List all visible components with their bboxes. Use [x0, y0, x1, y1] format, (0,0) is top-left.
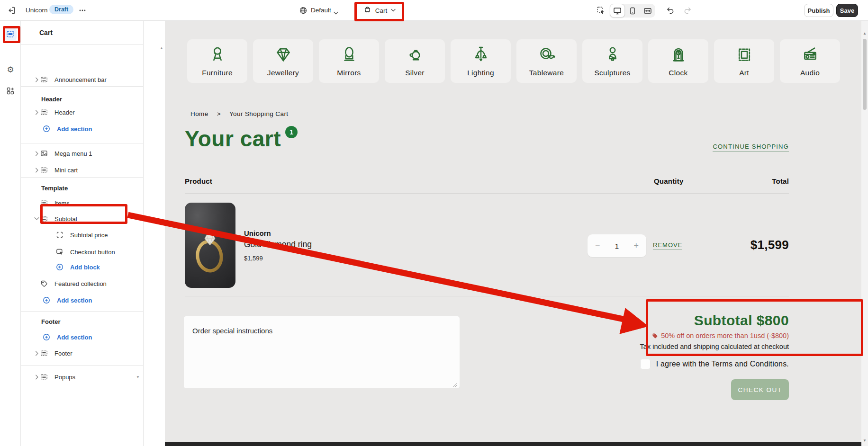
add-circle-icon	[43, 333, 50, 341]
mobile-view-button[interactable]	[625, 4, 640, 18]
sidebar-item-popups[interactable]: Popups	[21, 369, 143, 385]
fullwidth-view-button[interactable]	[640, 4, 655, 18]
category-label: Clock	[669, 69, 687, 77]
section-icon	[40, 199, 48, 207]
sidebar-item-label: Checkout button	[70, 249, 115, 256]
sidebar-item-label: Featured collection	[54, 280, 107, 287]
chevron-right-icon[interactable]	[33, 351, 40, 356]
quantity-increase-button[interactable]: +	[633, 241, 639, 250]
undo-icon[interactable]	[666, 6, 675, 17]
chevron-right-icon[interactable]	[33, 151, 40, 156]
breadcrumb-home-link[interactable]: Home	[190, 110, 208, 117]
sidebar-item-header[interactable]: Header	[21, 104, 143, 120]
product-name[interactable]: Gold diamond ring	[244, 240, 312, 250]
category-card-furniture[interactable]: Furniture	[187, 39, 247, 83]
terms-label: I agree with the Terms and Conditions.	[656, 360, 789, 368]
sidebar-item-items[interactable]: Items	[21, 195, 143, 211]
sidebar-item-label: Add section	[57, 125, 92, 133]
category-label: Furniture	[202, 69, 233, 77]
sidebar-divider	[21, 365, 143, 366]
sidebar-action-add-section[interactable]: Add section	[21, 329, 143, 345]
chevron-down-icon[interactable]	[33, 217, 40, 221]
category-card-tableware[interactable]: Tableware	[516, 39, 577, 83]
section-icon	[40, 349, 48, 357]
sidebar-item-subtotal-price[interactable]: Subtotal price	[21, 227, 143, 243]
editor-rail: ⚙	[0, 21, 21, 446]
sidebar-item-announcement-bar[interactable]: Announcement bar	[21, 71, 143, 88]
image-icon	[40, 150, 48, 157]
category-label: Silver	[405, 69, 425, 77]
silver-icon	[406, 45, 425, 66]
topbar: Unicorn Draft Default Cart Pub	[0, 0, 868, 21]
scroll-down-icon[interactable]: ▼	[861, 438, 868, 443]
apps-panel-icon[interactable]	[5, 86, 16, 96]
publish-button[interactable]: Publish	[804, 4, 833, 17]
category-card-jewellery[interactable]: Jewellery	[253, 39, 313, 83]
quantity-decrease-button[interactable]: −	[595, 241, 600, 250]
checkout-button[interactable]: CHECK OUT	[731, 379, 789, 400]
more-actions-icon[interactable]	[79, 7, 86, 16]
sidebar-group-template: Template	[41, 181, 68, 195]
add-circle-icon	[56, 263, 63, 271]
subtotal-price: Subtotal $800	[694, 312, 789, 329]
chevron-right-icon[interactable]	[33, 110, 40, 115]
remove-item-link[interactable]: REMOVE	[653, 241, 682, 250]
sidebar-action-add-block[interactable]: Add block	[21, 259, 143, 275]
save-button[interactable]: Save	[836, 4, 858, 17]
desktop-view-button[interactable]	[610, 4, 625, 18]
store-name: Unicorn	[26, 7, 48, 14]
inspect-element-icon[interactable]	[597, 6, 605, 17]
exit-editor-icon[interactable]	[8, 6, 16, 17]
scrollbar-thumb[interactable]	[863, 39, 867, 110]
table-divider	[185, 193, 789, 194]
sidebar-item-mega-menu-1[interactable]: Mega menu 1	[21, 145, 143, 161]
chevron-down-icon	[391, 9, 396, 12]
sidebar-item-label: Announcement bar	[54, 76, 107, 83]
sections-panel-icon[interactable]	[4, 28, 17, 40]
category-card-silver[interactable]: Silver	[385, 39, 445, 83]
continue-shopping-link[interactable]: CONTINUE SHOPPING	[713, 143, 789, 152]
sidebar-item-label: Footer	[54, 350, 72, 357]
category-card-art[interactable]: Art	[714, 39, 774, 83]
discount-note: 50% off on orders more than 1usd (-$800)	[652, 332, 789, 339]
breadcrumb-separator: >	[217, 110, 221, 117]
product-image[interactable]	[185, 203, 235, 288]
viewport-toggle	[610, 4, 655, 18]
chevron-right-icon[interactable]	[33, 168, 40, 173]
sidebar-action-add-section[interactable]: Add section	[21, 292, 143, 308]
section-icon	[40, 76, 48, 83]
sidebar-item-featured-collection[interactable]: Featured collection	[21, 276, 143, 292]
scroll-down-icon[interactable]: ▼	[136, 375, 140, 379]
discount-text: 50% off on orders more than 1usd (-$800)	[661, 332, 789, 339]
breadcrumb: Home > Your Shopping Cart	[190, 110, 288, 117]
settings-panel-icon[interactable]: ⚙	[5, 64, 16, 75]
sidebar-item-footer[interactable]: Footer	[21, 345, 143, 361]
category-card-mirrors[interactable]: Mirrors	[319, 39, 379, 83]
textarea-resize-handle[interactable]	[452, 381, 458, 389]
category-label: Art	[739, 69, 749, 77]
sidebar-item-subtotal[interactable]: Subtotal	[21, 211, 143, 227]
redo-icon[interactable]	[683, 6, 692, 17]
order-instructions-input[interactable]	[184, 316, 460, 388]
sidebar-group-footer: Footer	[41, 314, 60, 329]
preview-scrollbar[interactable]: ▲ ▼	[861, 21, 868, 446]
category-card-clock[interactable]: Clock	[648, 39, 708, 83]
category-card-lighting[interactable]: Lighting	[451, 39, 511, 83]
block-icon	[56, 231, 63, 239]
chevron-right-icon[interactable]	[33, 375, 40, 380]
terms-checkbox[interactable]	[640, 359, 651, 369]
sidebar-item-checkout-button[interactable]: Checkout button	[21, 244, 143, 260]
locale-selector[interactable]: Default	[311, 7, 331, 14]
section-icon	[40, 215, 48, 223]
tag-icon	[40, 280, 48, 287]
scroll-up-icon[interactable]: ▲	[160, 46, 163, 50]
page-selector-dropdown[interactable]: Cart	[357, 3, 402, 18]
category-card-sculptures[interactable]: Sculptures	[582, 39, 642, 83]
category-card-audio[interactable]: Audio	[780, 39, 840, 83]
sidebar-action-add-section[interactable]: Add section	[21, 121, 143, 137]
section-icon	[40, 108, 48, 116]
chevron-right-icon[interactable]	[33, 77, 40, 82]
clock-icon	[669, 45, 688, 66]
scroll-up-icon[interactable]: ▲	[861, 31, 868, 36]
sidebar-item-mini-cart[interactable]: Mini cart	[21, 162, 143, 178]
